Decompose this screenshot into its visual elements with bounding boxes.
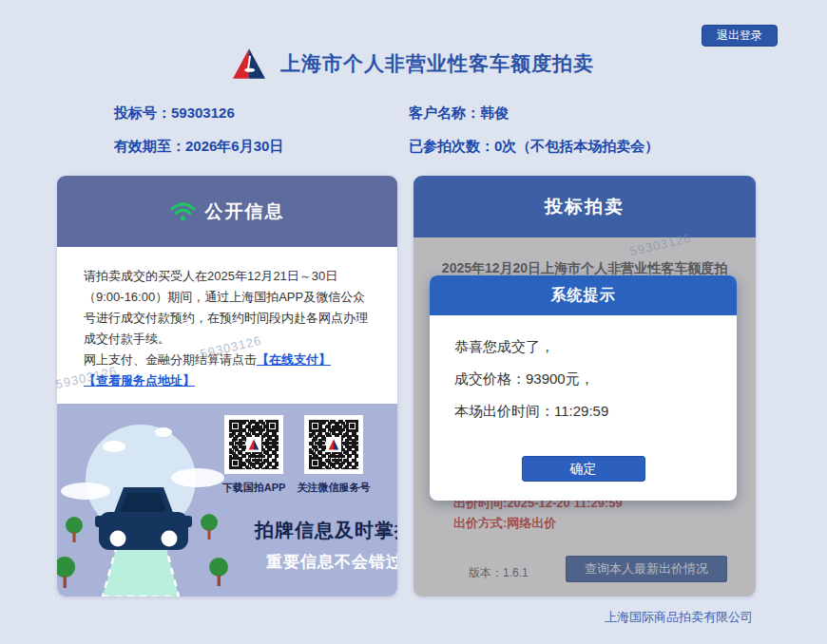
payment-notice: 请拍卖成交的买受人在2025年12月21日～30日（9:00-16:00）期间，… [57, 247, 397, 392]
deal-bid-time-line: 本场出价时间：11:29:59 [454, 403, 712, 421]
deal-congrats-line: 恭喜您成交了， [454, 338, 712, 356]
logout-button[interactable]: 退出登录 [702, 25, 778, 47]
footer-company-name: 上海国际商品拍卖有限公司 [605, 609, 753, 626]
dialog-title: 系统提示 [430, 275, 737, 315]
promo-illustration-block: 下载国拍APP 关注微信服务号 拍牌信息及时掌握 重要信息不会错过 [57, 404, 397, 597]
auction-logo-icon [233, 47, 265, 80]
qr-code-wechat [304, 415, 363, 474]
auction-title: 投标拍卖 [545, 195, 625, 219]
auction-header: 投标拍卖 [414, 176, 756, 237]
bid-number: 投标号：59303126 [114, 104, 409, 123]
public-info-title: 公开信息 [205, 199, 285, 224]
promo-slogan-sub: 重要信息不会错过 [217, 551, 397, 573]
wifi-icon [170, 201, 196, 222]
dialog-body: 恭喜您成交了， 成交价格：93900元， 本场出价时间：11:29:59 [430, 315, 737, 421]
qr-app-label: 下载国拍APP [222, 481, 286, 495]
ok-button[interactable]: 确定 [522, 456, 645, 482]
online-payment-link[interactable]: 【在线支付】 [257, 352, 331, 367]
qr-code-app [224, 415, 283, 474]
public-info-header: 公开信息 [57, 176, 397, 247]
deal-price-line: 成交价格：93900元， [454, 370, 712, 388]
participation-count: 已参拍次数：0次（不包括本场拍卖会） [409, 138, 775, 156]
car-illustration [57, 404, 228, 597]
qr-codes: 下载国拍APP 关注微信服务号 [224, 415, 363, 495]
qr-logo-icon [246, 437, 261, 452]
promo-slogan-main: 拍牌信息及时掌握 [217, 518, 397, 543]
notice-prefix: 网上支付、金融分期结算请点击 [84, 352, 257, 367]
valid-until: 有效期至：2026年6月30日 [114, 138, 409, 156]
notice-text: 请拍卖成交的买受人在2025年12月21日～30日（9:00-16:00）期间，… [84, 269, 368, 346]
public-info-panel: 公开信息 请拍卖成交的买受人在2025年12月21日～30日（9:00-16:0… [57, 176, 397, 597]
qr-logo-icon [326, 437, 341, 452]
system-prompt-dialog: 系统提示 恭喜您成交了， 成交价格：93900元， 本场出价时间：11:29:5… [430, 275, 737, 501]
app-header: 上海市个人非营业性客车额度拍卖 [0, 47, 827, 80]
qr-wechat-label: 关注微信服务号 [298, 481, 371, 495]
service-points-link[interactable]: 【查看服务点地址】 [84, 373, 195, 388]
page-title: 上海市个人非营业性客车额度拍卖 [280, 50, 594, 77]
user-info: 投标号：59303126 客户名称：韩俊 有效期至：2026年6月30日 已参拍… [114, 104, 775, 156]
customer-name: 客户名称：韩俊 [409, 104, 775, 123]
